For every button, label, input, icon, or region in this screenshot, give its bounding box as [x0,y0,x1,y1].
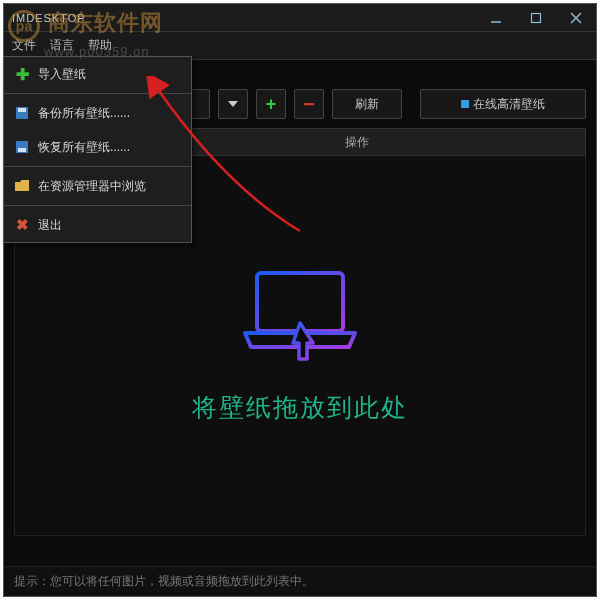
minimize-icon [490,12,502,24]
close-x-icon: ✖ [14,217,30,233]
ctx-backup-label: 备份所有壁纸...... [38,105,130,122]
plus-icon: + [266,94,277,115]
online-hd-label: 在线高清壁纸 [473,96,545,113]
svg-rect-1 [532,14,541,23]
separator [4,205,191,206]
disk-icon [14,105,30,121]
refresh-button[interactable]: 刷新 [332,89,402,119]
menu-file[interactable]: 文件 [12,37,36,54]
ctx-import-label: 导入壁纸 [38,66,86,83]
ctx-browse-explorer[interactable]: 在资源管理器中浏览 [4,169,191,203]
separator [4,93,191,94]
ctx-exit-label: 退出 [38,217,62,234]
window-title: IMDESKTOP [4,12,86,24]
ctx-browse-label: 在资源管理器中浏览 [38,178,146,195]
column-operation[interactable]: 操作 [335,134,369,151]
maximize-icon [530,12,542,24]
hd-badge-icon [461,100,469,108]
ctx-backup-all[interactable]: 备份所有壁纸...... [4,96,191,130]
plus-icon: ✚ [14,66,30,82]
close-icon [570,12,582,24]
close-button[interactable] [556,4,596,32]
minimize-button[interactable] [476,4,516,32]
menu-language[interactable]: 语言 [50,37,74,54]
ctx-restore-label: 恢复所有壁纸...... [38,139,130,156]
separator [4,166,191,167]
folder-icon [14,178,30,194]
titlebar: IMDESKTOP [4,4,596,32]
status-hint: 提示：您可以将任何图片，视频或音频拖放到此列表中。 [14,573,314,590]
svg-rect-9 [18,108,26,112]
ctx-exit[interactable]: ✖ 退出 [4,208,191,242]
menu-help[interactable]: 帮助 [88,37,112,54]
laptop-icon [235,267,365,371]
remove-button[interactable]: − [294,89,324,119]
minus-icon: − [303,93,315,116]
ctx-restore-all[interactable]: 恢复所有壁纸...... [4,130,191,164]
online-hd-button[interactable]: 在线高清壁纸 [420,89,586,119]
dropdown-button[interactable] [218,89,248,119]
maximize-button[interactable] [516,4,556,32]
status-bar: 提示：您可以将任何图片，视频或音频拖放到此列表中。 [4,566,596,596]
context-menu: ✚ 导入壁纸 备份所有壁纸...... 恢复所有壁纸...... 在资源管理器中… [3,56,192,243]
window-controls [476,4,596,31]
chevron-down-icon [228,101,238,107]
add-button[interactable]: + [256,89,286,119]
svg-rect-11 [18,148,26,152]
drop-text: 将壁纸拖放到此处 [192,391,408,424]
restore-icon [14,139,30,155]
ctx-import-wallpaper[interactable]: ✚ 导入壁纸 [4,57,191,91]
